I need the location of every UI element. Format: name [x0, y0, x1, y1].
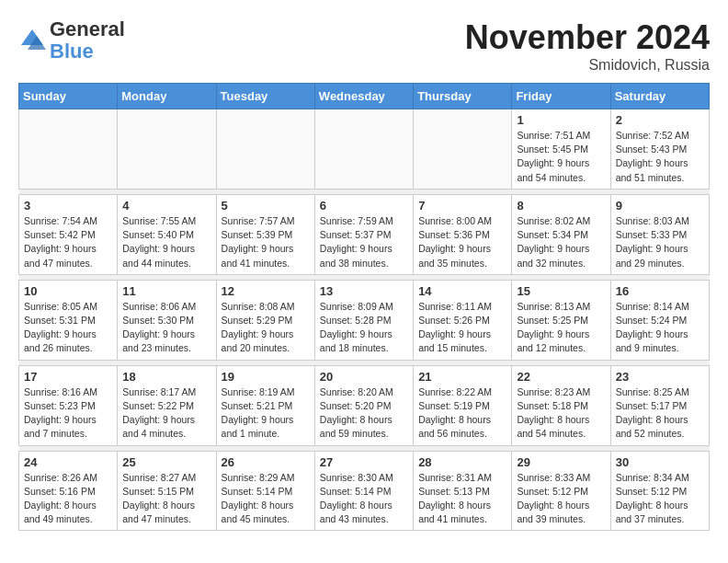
day-info: Sunrise: 8:27 AM Sunset: 5:15 PM Dayligh… [122, 471, 210, 527]
day-number: 14 [418, 284, 506, 298]
calendar-cell: 2Sunrise: 7:52 AM Sunset: 5:43 PM Daylig… [610, 109, 709, 190]
calendar-cell: 3Sunrise: 7:54 AM Sunset: 5:42 PM Daylig… [19, 194, 118, 274]
day-info: Sunrise: 8:25 AM Sunset: 5:17 PM Dayligh… [616, 385, 704, 442]
calendar-week-4: 17Sunrise: 8:16 AM Sunset: 5:23 PM Dayli… [19, 365, 710, 445]
day-number: 18 [122, 370, 210, 384]
calendar-cell: 21Sunrise: 8:22 AM Sunset: 5:19 PM Dayli… [414, 365, 512, 445]
calendar-cell: 25Sunrise: 8:27 AM Sunset: 5:15 PM Dayli… [118, 451, 216, 531]
location: Smidovich, Russia [465, 57, 710, 74]
calendar-cell: 12Sunrise: 8:08 AM Sunset: 5:29 PM Dayli… [216, 280, 314, 360]
calendar-cell: 19Sunrise: 8:19 AM Sunset: 5:21 PM Dayli… [216, 365, 314, 445]
calendar-cell: 11Sunrise: 8:06 AM Sunset: 5:30 PM Dayli… [118, 280, 216, 360]
day-info: Sunrise: 8:31 AM Sunset: 5:13 PM Dayligh… [418, 471, 506, 527]
day-info: Sunrise: 7:59 AM Sunset: 5:37 PM Dayligh… [320, 214, 408, 270]
calendar-cell: 29Sunrise: 8:33 AM Sunset: 5:12 PM Dayli… [512, 451, 610, 531]
day-header-wednesday: Wednesday [314, 84, 413, 109]
title-block: November 2024 Smidovich, Russia [465, 18, 710, 74]
calendar-cell: 16Sunrise: 8:14 AM Sunset: 5:24 PM Dayli… [610, 280, 709, 360]
day-info: Sunrise: 8:29 AM Sunset: 5:14 PM Dayligh… [222, 471, 310, 527]
day-header-sunday: Sunday [19, 84, 118, 109]
day-number: 17 [24, 370, 112, 384]
day-info: Sunrise: 8:13 AM Sunset: 5:25 PM Dayligh… [517, 300, 605, 356]
calendar-cell: 26Sunrise: 8:29 AM Sunset: 5:14 PM Dayli… [216, 451, 314, 531]
day-header-saturday: Saturday [610, 84, 709, 109]
day-info: Sunrise: 8:14 AM Sunset: 5:24 PM Dayligh… [616, 300, 704, 356]
calendar-cell: 4Sunrise: 7:55 AM Sunset: 5:40 PM Daylig… [118, 194, 216, 274]
calendar-week-5: 24Sunrise: 8:26 AM Sunset: 5:16 PM Dayli… [19, 451, 710, 531]
day-info: Sunrise: 8:19 AM Sunset: 5:21 PM Dayligh… [222, 385, 310, 442]
header: General Blue November 2024 Smidovich, Ru… [18, 18, 710, 74]
calendar-cell: 15Sunrise: 8:13 AM Sunset: 5:25 PM Dayli… [512, 280, 610, 360]
calendar-cell: 10Sunrise: 8:05 AM Sunset: 5:31 PM Dayli… [19, 280, 118, 360]
logo-icon [18, 27, 46, 54]
day-info: Sunrise: 8:00 AM Sunset: 5:36 PM Dayligh… [418, 214, 506, 270]
calendar-cell: 23Sunrise: 8:25 AM Sunset: 5:17 PM Dayli… [610, 365, 709, 445]
day-number: 25 [122, 455, 210, 469]
calendar-cell: 27Sunrise: 8:30 AM Sunset: 5:14 PM Dayli… [314, 451, 413, 531]
day-number: 15 [517, 284, 605, 298]
day-info: Sunrise: 8:05 AM Sunset: 5:31 PM Dayligh… [24, 300, 112, 356]
day-number: 7 [418, 199, 506, 213]
day-number: 9 [616, 199, 704, 213]
calendar-week-3: 10Sunrise: 8:05 AM Sunset: 5:31 PM Dayli… [19, 280, 710, 360]
day-number: 21 [418, 370, 506, 384]
day-number: 26 [222, 455, 310, 469]
day-info: Sunrise: 8:06 AM Sunset: 5:30 PM Dayligh… [122, 300, 210, 356]
day-info: Sunrise: 8:16 AM Sunset: 5:23 PM Dayligh… [24, 385, 112, 442]
calendar: SundayMondayTuesdayWednesdayThursdayFrid… [18, 83, 710, 531]
calendar-cell: 1Sunrise: 7:51 AM Sunset: 5:45 PM Daylig… [512, 109, 610, 190]
day-number: 29 [517, 455, 605, 469]
calendar-cell: 6Sunrise: 7:59 AM Sunset: 5:37 PM Daylig… [314, 194, 413, 274]
calendar-cell: 14Sunrise: 8:11 AM Sunset: 5:26 PM Dayli… [414, 280, 512, 360]
day-number: 1 [517, 113, 605, 127]
day-info: Sunrise: 8:30 AM Sunset: 5:14 PM Dayligh… [320, 471, 408, 527]
day-number: 10 [24, 284, 112, 298]
day-info: Sunrise: 8:03 AM Sunset: 5:33 PM Dayligh… [616, 214, 704, 270]
calendar-cell: 30Sunrise: 8:34 AM Sunset: 5:12 PM Dayli… [610, 451, 709, 531]
day-number: 6 [320, 199, 408, 213]
day-info: Sunrise: 8:26 AM Sunset: 5:16 PM Dayligh… [24, 471, 112, 527]
day-header-monday: Monday [118, 84, 216, 109]
calendar-cell [414, 109, 512, 190]
day-number: 12 [222, 284, 310, 298]
day-header-friday: Friday [512, 84, 610, 109]
day-info: Sunrise: 7:52 AM Sunset: 5:43 PM Dayligh… [616, 129, 704, 185]
day-info: Sunrise: 8:34 AM Sunset: 5:12 PM Dayligh… [616, 471, 704, 527]
day-number: 16 [616, 284, 704, 298]
calendar-cell: 28Sunrise: 8:31 AM Sunset: 5:13 PM Dayli… [414, 451, 512, 531]
calendar-cell: 22Sunrise: 8:23 AM Sunset: 5:18 PM Dayli… [512, 365, 610, 445]
day-number: 30 [616, 455, 704, 469]
day-number: 19 [222, 370, 310, 384]
calendar-cell [216, 109, 314, 190]
calendar-cell: 8Sunrise: 8:02 AM Sunset: 5:34 PM Daylig… [512, 194, 610, 274]
day-number: 5 [222, 199, 310, 213]
day-number: 8 [517, 199, 605, 213]
day-number: 27 [320, 455, 408, 469]
calendar-week-1: 1Sunrise: 7:51 AM Sunset: 5:45 PM Daylig… [19, 109, 710, 190]
day-info: Sunrise: 7:57 AM Sunset: 5:39 PM Dayligh… [222, 214, 310, 270]
calendar-cell: 7Sunrise: 8:00 AM Sunset: 5:36 PM Daylig… [414, 194, 512, 274]
day-number: 28 [418, 455, 506, 469]
day-info: Sunrise: 8:11 AM Sunset: 5:26 PM Dayligh… [418, 300, 506, 356]
calendar-cell [314, 109, 413, 190]
calendar-cell: 20Sunrise: 8:20 AM Sunset: 5:20 PM Dayli… [314, 365, 413, 445]
calendar-cell: 5Sunrise: 7:57 AM Sunset: 5:39 PM Daylig… [216, 194, 314, 274]
day-info: Sunrise: 8:33 AM Sunset: 5:12 PM Dayligh… [517, 471, 605, 527]
calendar-cell [19, 109, 118, 190]
calendar-cell [118, 109, 216, 190]
day-header-thursday: Thursday [414, 84, 512, 109]
calendar-cell: 24Sunrise: 8:26 AM Sunset: 5:16 PM Dayli… [19, 451, 118, 531]
day-info: Sunrise: 8:17 AM Sunset: 5:22 PM Dayligh… [122, 385, 210, 442]
calendar-cell: 13Sunrise: 8:09 AM Sunset: 5:28 PM Dayli… [314, 280, 413, 360]
day-number: 23 [616, 370, 704, 384]
day-info: Sunrise: 7:54 AM Sunset: 5:42 PM Dayligh… [24, 214, 112, 270]
day-info: Sunrise: 8:02 AM Sunset: 5:34 PM Dayligh… [517, 214, 605, 270]
day-number: 2 [616, 113, 704, 127]
day-info: Sunrise: 8:23 AM Sunset: 5:18 PM Dayligh… [517, 385, 605, 442]
day-header-tuesday: Tuesday [216, 84, 314, 109]
calendar-cell: 9Sunrise: 8:03 AM Sunset: 5:33 PM Daylig… [610, 194, 709, 274]
logo: General Blue [18, 18, 125, 63]
day-number: 13 [320, 284, 408, 298]
day-info: Sunrise: 8:09 AM Sunset: 5:28 PM Dayligh… [320, 300, 408, 356]
calendar-cell: 18Sunrise: 8:17 AM Sunset: 5:22 PM Dayli… [118, 365, 216, 445]
